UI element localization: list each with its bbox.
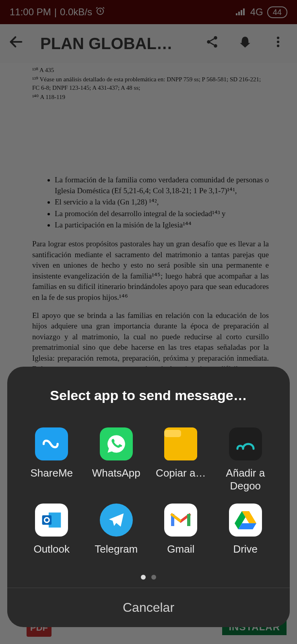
share-sheet: Select app to send message… ShareMe What… (7, 367, 290, 627)
outlook-icon (35, 504, 68, 537)
folder-icon (164, 427, 197, 460)
sheet-title: Select app to send message… (7, 388, 290, 403)
share-outlook[interactable]: Outlook (19, 504, 84, 555)
shareme-icon (35, 427, 68, 460)
app-grid: ShareMe WhatsApp Copiar a… Añadir a Dego… (7, 427, 290, 555)
share-copy[interactable]: Copiar a… (148, 427, 213, 492)
share-gmail[interactable]: Gmail (148, 504, 213, 555)
share-label: Gmail (167, 543, 194, 555)
share-whatsapp[interactable]: WhatsApp (84, 427, 149, 492)
whatsapp-icon (100, 427, 133, 460)
share-label: ShareMe (31, 467, 73, 479)
pager (7, 575, 290, 580)
gmail-icon (164, 504, 197, 537)
share-shareme[interactable]: ShareMe (19, 427, 84, 492)
share-degoo[interactable]: Añadir a Degoo (213, 427, 278, 492)
pager-dot (151, 575, 156, 580)
telegram-icon (100, 504, 133, 537)
share-label: Outlook (33, 543, 70, 555)
share-label: WhatsApp (92, 467, 140, 479)
share-label: Drive (233, 543, 258, 555)
share-label: Copiar a… (156, 467, 206, 479)
svg-rect-20 (187, 514, 190, 526)
share-label: Telegram (95, 543, 138, 555)
share-drive[interactable]: Drive (213, 504, 278, 555)
cancel-row: Cancelar (7, 588, 290, 627)
degoo-icon (229, 427, 262, 460)
pager-dot-active (141, 575, 146, 580)
svg-rect-17 (42, 515, 52, 524)
share-telegram[interactable]: Telegram (84, 504, 149, 555)
svg-rect-15 (164, 430, 181, 437)
share-label: Añadir a Degoo (215, 467, 276, 492)
cancel-button[interactable]: Cancelar (123, 600, 174, 615)
drive-icon (229, 504, 262, 537)
